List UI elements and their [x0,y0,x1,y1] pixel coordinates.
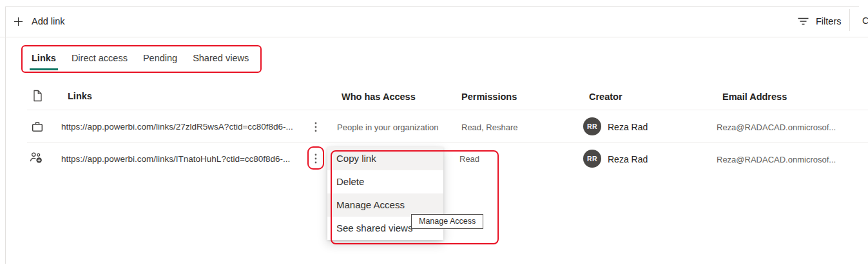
plus-icon [14,17,23,26]
column-header-email-address[interactable]: Email Address [722,92,787,102]
briefcase-icon [32,121,43,132]
email-address-value: Reza@RADACAD.onmicrosof... [717,123,836,132]
add-link-label: Add link [32,16,65,26]
toolbar-divider [0,37,868,37]
tab-shared-views[interactable]: Shared views [193,53,249,70]
permissions-value: Read, Reshare [461,123,517,132]
column-header-who-has-access[interactable]: Who has Access [342,92,416,102]
who-has-access-value: People in your organization [337,123,439,132]
add-link-button[interactable]: Add link [14,12,65,30]
avatar: RR [583,117,601,135]
panel-top-border [5,6,859,7]
menu-item-delete[interactable]: Delete [327,170,443,193]
column-header-creator[interactable]: Creator [589,92,622,102]
tab-bar: Links Direct access Pending Shared views [32,53,249,70]
tab-direct-access[interactable]: Direct access [72,53,128,70]
tab-pending[interactable]: Pending [143,53,177,70]
menu-item-copy-link[interactable]: Copy link [327,147,443,170]
creator-name: Reza Rad [608,122,648,132]
email-address-value: Reza@RADACAD.onmicrosof... [717,155,836,164]
document-icon [33,90,43,102]
row-more-options-button[interactable] [309,119,323,135]
creator-name: Reza Rad [608,154,648,164]
filters-label: Filters [816,16,841,26]
person-add-icon [30,152,43,164]
column-header-permissions[interactable]: Permissions [461,92,517,102]
tab-links[interactable]: Links [30,53,58,70]
more-vertical-icon [314,122,317,132]
panel-left-border [5,6,6,264]
manage-access-tooltip: Manage Access [411,214,483,229]
row-more-options-button[interactable] [309,150,323,167]
menu-item-manage-access[interactable]: Manage Access [327,193,443,217]
filters-button[interactable]: Filters [798,12,841,30]
more-vertical-icon [314,153,317,164]
toolbar-vertical-divider [849,9,850,31]
filter-icon [798,17,809,25]
row-divider [27,143,868,143]
close-button-partial[interactable]: C [862,15,868,26]
column-header-links[interactable]: Links [68,91,92,101]
link-url[interactable]: https://app.powerbi.com/links/ITnatoHuhL… [61,154,290,164]
header-row-divider [27,110,868,110]
link-url[interactable]: https://app.powerbi.com/links/27zldR5wsA… [61,122,293,132]
avatar: RR [583,150,601,168]
permissions-value: Read [459,154,479,164]
